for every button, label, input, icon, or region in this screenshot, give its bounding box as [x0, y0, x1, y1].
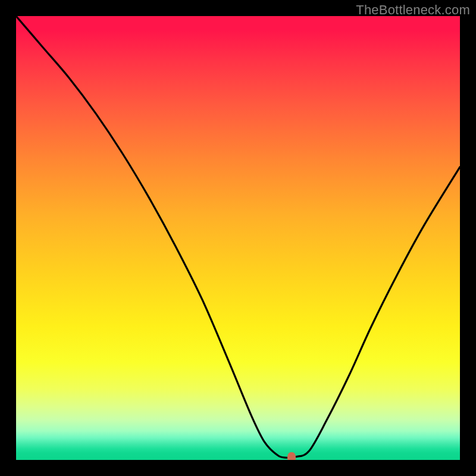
optimal-point-marker — [287, 452, 296, 460]
bottleneck-curve — [16, 16, 460, 460]
curve-path — [16, 16, 460, 458]
chart-plot-area — [16, 16, 460, 460]
attribution-label: TheBottleneck.com — [356, 2, 470, 18]
